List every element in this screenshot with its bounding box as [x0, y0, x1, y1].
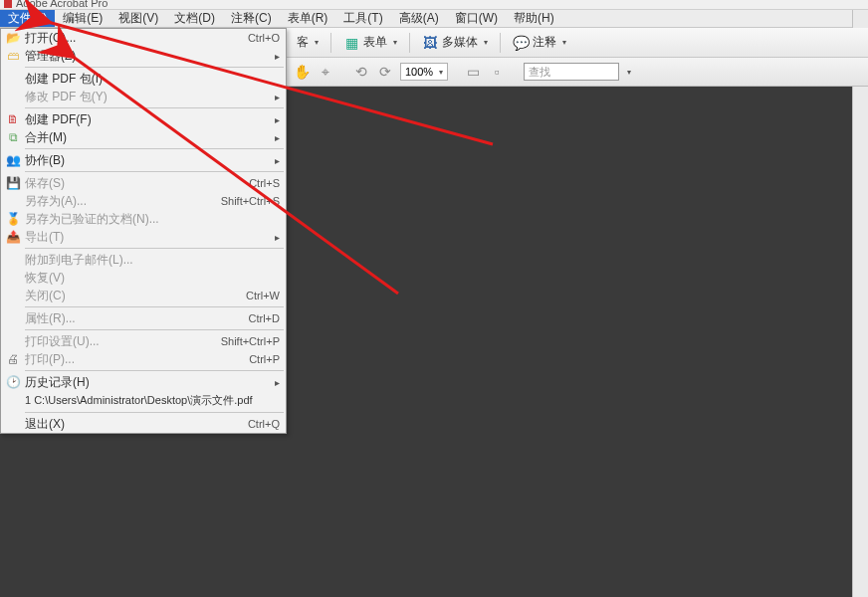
toolbar-form-label: 表单 [363, 34, 387, 51]
folder-open-icon: 📂 [1, 31, 25, 45]
toolbar-multimedia-label: 多媒体 [442, 34, 478, 51]
nav-next-icon[interactable]: ⟳ [376, 63, 394, 81]
hand-tool-icon[interactable]: ✋ [293, 63, 311, 81]
menuitem-save-certified[interactable]: 🏅 另存为已验证的文档(N)... [1, 210, 286, 228]
menuitem-save[interactable]: 💾 保存(S) Ctrl+S [1, 174, 286, 192]
search-placeholder: 查找 [529, 65, 550, 80]
menu-help[interactable]: 帮助(H) [506, 10, 562, 27]
select-tool-icon[interactable]: ⌖ [317, 63, 334, 81]
toolbar-guest[interactable]: 客 ▾ [293, 32, 323, 53]
separator [25, 248, 284, 249]
submenu-arrow-icon: ▸ [275, 92, 280, 102]
menu-edit[interactable]: 编辑(E) [55, 10, 110, 27]
menuitem-print[interactable]: 🖨 打印(P)... Ctrl+P [1, 350, 286, 368]
scrollbar-vertical[interactable] [852, 10, 868, 597]
fit-page-icon[interactable]: ▫ [488, 63, 506, 81]
menu-comments[interactable]: 注释(C) [223, 10, 280, 27]
submenu-arrow-icon: ▸ [275, 51, 280, 62]
menuitem-save-as[interactable]: 另存为(A)... Shift+Ctrl+S [1, 192, 286, 210]
chevron-down-icon[interactable]: ▾ [627, 68, 631, 77]
multimedia-icon: 🖼 [422, 35, 438, 51]
separator [25, 306, 284, 307]
menuitem-collaborate[interactable]: 👥 协作(B) ▸ [1, 151, 286, 169]
zoom-value: 100% [405, 66, 433, 78]
menuitem-create-pdf[interactable]: 🗎 创建 PDF(F) ▸ [1, 110, 286, 128]
chevron-down-icon: ▾ [562, 38, 566, 47]
menuitem-attach-email[interactable]: 附加到电子邮件(L)... [1, 251, 286, 269]
app-title: Adobe Acrobat Pro [16, 0, 108, 9]
separator [25, 412, 284, 413]
nav-prev-icon[interactable]: ⟲ [352, 63, 370, 81]
menubar: 文件(F) 编辑(E) 视图(V) 文档(D) 注释(C) 表单(R) 工具(T… [0, 10, 868, 28]
history-icon: 🕑 [1, 375, 25, 389]
separator [25, 171, 284, 172]
toolbar-multimedia[interactable]: 🖼 多媒体 ▾ [418, 32, 492, 53]
separator [25, 370, 284, 371]
menuitem-exit[interactable]: 退出(X) Ctrl+Q [1, 415, 286, 433]
menuitem-recent-1[interactable]: 1 C:\Users\Administrator\Desktop\演示文件.pd… [1, 391, 286, 410]
chevron-down-icon: ▾ [484, 38, 488, 47]
submenu-arrow-icon: ▸ [275, 232, 280, 243]
app-logo-icon [4, 0, 12, 8]
toolbar-form[interactable]: ▦ 表单 ▾ [339, 32, 401, 53]
toolbar-comment-label: 注释 [533, 34, 556, 51]
separator [330, 33, 331, 53]
separator [25, 107, 284, 108]
menuitem-print-setup[interactable]: 打印设置(U)... Shift+Ctrl+P [1, 332, 286, 350]
save-icon: 💾 [1, 176, 25, 190]
search-input[interactable]: 查找 [524, 63, 619, 81]
separator [409, 33, 410, 53]
separator [25, 329, 284, 330]
menuitem-create-portfolio[interactable]: 创建 PDF 包(I) [1, 70, 286, 88]
submenu-arrow-icon: ▸ [275, 155, 280, 166]
form-icon: ▦ [343, 35, 359, 51]
print-icon: 🖨 [1, 352, 25, 366]
fit-width-icon[interactable]: ▭ [464, 63, 482, 81]
export-icon: 📤 [1, 230, 25, 244]
menuitem-export[interactable]: 📤 导出(T) ▸ [1, 228, 286, 246]
menu-forms[interactable]: 表单(R) [280, 10, 336, 27]
menu-window[interactable]: 窗口(W) [447, 10, 506, 27]
comment-icon: 💬 [513, 35, 529, 51]
pdf-icon: 🗎 [1, 112, 25, 126]
toolbar-guest-label: 客 [297, 34, 309, 51]
menu-advanced[interactable]: 高级(A) [391, 10, 447, 27]
menuitem-properties[interactable]: 属性(R)... Ctrl+D [1, 309, 286, 327]
menu-view[interactable]: 视图(V) [110, 10, 166, 27]
chevron-down-icon: ▾ [315, 38, 319, 47]
menuitem-organizer[interactable]: 🗃 管理器(Z) ▸ [1, 47, 286, 65]
menuitem-history[interactable]: 🕑 历史记录(H) ▸ [1, 373, 286, 391]
menu-tools[interactable]: 工具(T) [335, 10, 390, 27]
menu-file[interactable]: 文件(F) [0, 10, 55, 27]
separator [25, 67, 284, 68]
combine-icon: ⧉ [1, 130, 25, 144]
titlebar: Adobe Acrobat Pro [0, 0, 868, 10]
menuitem-modify-portfolio[interactable]: 修改 PDF 包(Y) ▸ [1, 88, 286, 105]
toolbar-comment[interactable]: 💬 注释 ▾ [509, 32, 570, 53]
menuitem-revert[interactable]: 恢复(V) [1, 269, 286, 287]
separator [25, 148, 284, 149]
menu-document[interactable]: 文档(D) [166, 10, 223, 27]
file-menu-dropdown: 📂 打开(O)... Ctrl+O 🗃 管理器(Z) ▸ 创建 PDF 包(I)… [0, 28, 287, 434]
menuitem-combine[interactable]: ⧉ 合并(M) ▸ [1, 128, 286, 146]
submenu-arrow-icon: ▸ [275, 132, 280, 143]
certified-icon: 🏅 [1, 212, 25, 226]
menuitem-close[interactable]: 关闭(C) Ctrl+W [1, 287, 286, 304]
chevron-down-icon: ▾ [393, 38, 397, 47]
menuitem-open[interactable]: 📂 打开(O)... Ctrl+O [1, 29, 286, 47]
separator [500, 33, 501, 53]
zoom-input[interactable]: 100% ▾ [400, 63, 448, 81]
organizer-icon: 🗃 [1, 49, 25, 63]
chevron-down-icon: ▾ [439, 68, 443, 77]
submenu-arrow-icon: ▸ [275, 114, 280, 125]
submenu-arrow-icon: ▸ [275, 377, 280, 388]
collaborate-icon: 👥 [1, 153, 25, 167]
